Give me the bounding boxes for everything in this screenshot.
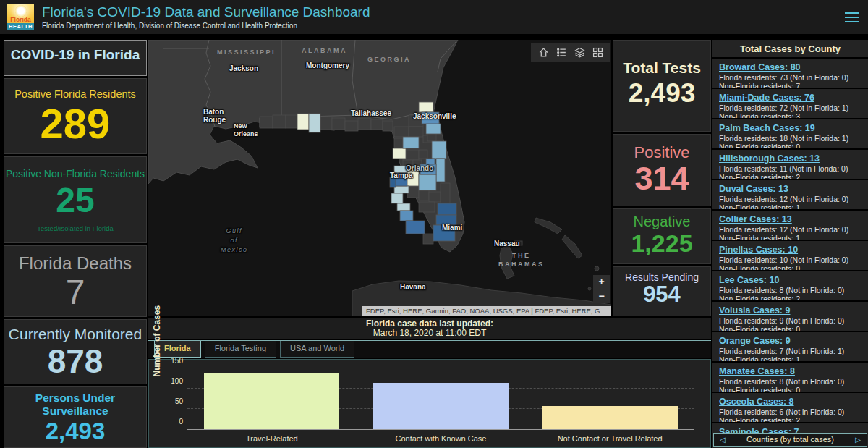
chart-bar[interactable]: [204, 373, 339, 429]
chart-bar[interactable]: [542, 406, 678, 429]
zoom-out-button[interactable]: −: [593, 289, 610, 303]
county-link[interactable]: Miami-Dade Cases: 76: [719, 93, 814, 103]
county-link[interactable]: Duval Cases: 13: [719, 184, 788, 194]
layers-icon[interactable]: [573, 46, 586, 59]
county-non-residents-line: Non-Florida residents: 2: [719, 173, 861, 179]
panel-covid19-in-florida: COVID-19 in Florida: [4, 40, 147, 76]
county-panel-title: Total Cases by County: [712, 40, 868, 57]
header-text: Florida's COVID-19 Data and Surveillance…: [42, 4, 845, 30]
dashboard-body: COVID-19 in Florida Positive Florida Res…: [0, 40, 868, 448]
county-list-item: Pinellas Cases: 10 Florida residents: 10…: [712, 241, 868, 270]
positive-non-fl-value: 25: [4, 182, 146, 219]
panel-florida-deaths: Florida Deaths 7: [4, 245, 147, 317]
county-residents-line: Florida residents: 12 (Not in Florida: 0…: [719, 195, 861, 203]
county-link[interactable]: Hillsborough Cases: 13: [719, 153, 820, 164]
county-non-residents-line: Non-Florida residents: 0: [719, 264, 861, 270]
chart-bar[interactable]: [373, 383, 509, 429]
county-residents-line: Florida residents: 73 (Not in Florida: 0…: [719, 73, 861, 82]
county-non-residents-line: Non-Florida residents: 2: [719, 416, 861, 422]
y-tick-0: 0: [179, 418, 183, 426]
negative-value: 1,225: [613, 230, 710, 256]
left-stats-sidebar: COVID-19 in Florida Positive Florida Res…: [0, 40, 147, 448]
section-title: COVID-19 in Florida: [4, 47, 146, 63]
county-link[interactable]: Lee Cases: 10: [719, 275, 779, 285]
county-list-item: Miami-Dade Cases: 76 Florida residents: …: [712, 89, 868, 118]
total-tests-label: Total Tests: [613, 59, 710, 77]
county-link[interactable]: Orange Cases: 9: [719, 336, 791, 346]
surveillance-value: 2,493: [4, 419, 146, 444]
county-link[interactable]: Manatee Cases: 8: [719, 366, 795, 376]
zoom-in-button[interactable]: +: [593, 275, 610, 289]
county-link[interactable]: Pinellas Cases: 10: [719, 245, 798, 255]
panel-positive-fl-residents: Positive Florida Residents 289: [4, 78, 147, 154]
county-non-residents-line: Non-Florida residents: 3: [719, 112, 861, 118]
county-list-item: Broward Cases: 80 Florida residents: 73 …: [712, 59, 868, 88]
positive-non-fl-note: Tested/Isolated in Florida: [4, 224, 146, 232]
county-non-residents-line: Non-Florida residents: 0: [719, 143, 861, 148]
y-tick-50: 50: [175, 397, 183, 405]
deaths-label: Florida Deaths: [4, 253, 146, 274]
tab-usa-and-world[interactable]: USA and World: [280, 341, 354, 358]
florida-county-map[interactable]: MISSISSIPPI ALABAMA GEORGIA Jackson Mont…: [148, 40, 611, 316]
map-toolbar: [531, 43, 610, 62]
county-non-residents-line: Non-Florida residents: 2: [719, 295, 861, 300]
county-residents-line: Florida residents: 8 (Not in Florida: 0): [719, 286, 861, 295]
bar-group-not-contact-or-travel: Not Contact or Travel Related: [534, 368, 686, 429]
x-label-travel-related: Travel-Related: [181, 434, 363, 443]
county-link[interactable]: Collier Cases: 13: [719, 214, 792, 224]
surveillance-label: Persons Under Surveillance: [4, 392, 146, 418]
county-non-residents-line: Non-Florida residents: 0: [719, 386, 861, 392]
county-link[interactable]: Volusia Cases: 9: [719, 305, 790, 316]
bar-group-travel-related: Travel-Related: [196, 368, 348, 429]
county-list-item: Duval Cases: 13 Florida residents: 12 (N…: [712, 180, 868, 209]
hamburger-menu-icon[interactable]: [845, 12, 859, 22]
county-list: Broward Cases: 80 Florida residents: 73 …: [712, 59, 868, 448]
county-non-residents-line: Non-Florida residents: 0: [719, 325, 861, 331]
cases-bar-chart: Number of Cases 0 50 100 150 Travel-Rela…: [148, 359, 711, 448]
y-tick-150: 150: [171, 357, 183, 365]
panel-positive: Positive 314: [613, 134, 711, 206]
monitored-value: 878: [4, 345, 146, 378]
panel-currently-monitored: Currently Monitored 878: [4, 319, 147, 384]
x-label-contact-known-case: Contact with Known Case: [349, 434, 532, 443]
last-updated-strip: Florida case data last updated: March 18…: [148, 318, 711, 339]
logo-text-florida: Florida: [7, 17, 34, 23]
county-link[interactable]: Palm Beach Cases: 19: [719, 123, 815, 133]
county-residents-line: Florida residents: 72 (Not in Florida: 1…: [719, 103, 861, 112]
legend-icon[interactable]: [555, 46, 568, 59]
county-list-item: Manatee Cases: 8 Florida residents: 8 (N…: [712, 363, 868, 392]
positive-non-fl-label: Positive Non-Florida Residents: [4, 168, 146, 179]
home-extent-icon[interactable]: [537, 46, 550, 59]
panel-total-tests: Total Tests 2,493: [613, 40, 711, 132]
panel-persons-under-surveillance: Persons Under Surveillance 2,493: [4, 386, 147, 448]
pending-value: 954: [613, 283, 710, 306]
positive-fl-value: 289: [4, 103, 146, 145]
total-tests-value: 2,493: [613, 78, 710, 109]
basemap-gallery-icon[interactable]: [591, 46, 604, 59]
county-non-residents-line: Non-Florida residents: 1: [719, 203, 861, 209]
positive-fl-label: Positive Florida Residents: [4, 88, 146, 100]
county-residents-line: Florida residents: 10 (Not in Florida: 0…: [719, 255, 861, 264]
tab-florida-testing[interactable]: Florida Testing: [205, 341, 276, 358]
county-non-residents-line: Non-Florida residents: 1: [719, 234, 861, 240]
app-header: Florida HEALTH Florida's COVID-19 Data a…: [0, 0, 868, 34]
monitored-label: Currently Monitored: [4, 326, 146, 343]
map-canvas[interactable]: [148, 40, 611, 316]
county-list-item: Hillsborough Cases: 13 Florida residents…: [712, 150, 868, 179]
last-updated-timestamp: March 18, 2020 at 11:00 EDT: [148, 329, 711, 338]
chart-y-axis-label: Number of Cases: [152, 305, 162, 376]
x-label-not-contact-or-travel: Not Contact or Travel Related: [519, 434, 701, 443]
chart-tab-bar: Florida Florida Testing USA and World: [148, 340, 711, 358]
panel-negative: Negative 1,225: [613, 208, 711, 264]
county-residents-line: Florida residents: 9 (Not in Florida: 0): [719, 316, 861, 325]
county-list-item: Palm Beach Cases: 19 Florida residents: …: [712, 119, 868, 148]
county-list-item: Osceola Cases: 8 Florida residents: 6 (N…: [712, 393, 868, 422]
county-link[interactable]: Osceola Cases: 8: [719, 397, 794, 407]
florida-health-logo: Florida HEALTH: [7, 4, 34, 30]
county-link[interactable]: Broward Cases: 80: [719, 62, 801, 72]
pager-next-icon[interactable]: ▷: [855, 434, 861, 446]
pager-prev-icon[interactable]: ◁: [720, 434, 726, 446]
county-cases-sidebar: Total Cases by County Broward Cases: 80 …: [712, 40, 868, 448]
county-residents-line: Florida residents: 11 (Not in Florida: 0…: [719, 164, 861, 173]
county-list-item: Volusia Cases: 9 Florida residents: 9 (N…: [712, 302, 868, 331]
